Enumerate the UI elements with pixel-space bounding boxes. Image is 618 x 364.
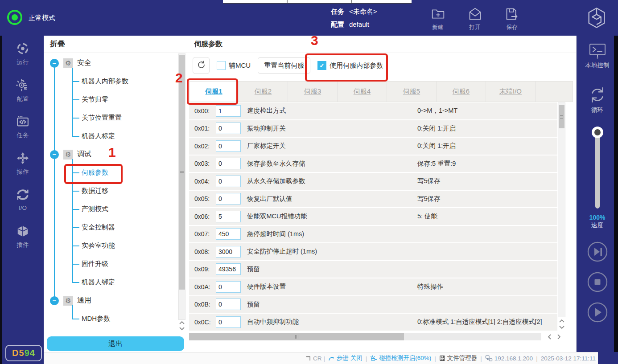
tree-item-label: MDH参数 xyxy=(82,315,110,323)
tree-item[interactable]: 实验室功能 xyxy=(72,237,187,255)
sidebar-item-task[interactable]: 任务 xyxy=(2,115,44,141)
param-value-input[interactable] xyxy=(216,211,241,222)
aux-mcu-checkbox[interactable] xyxy=(217,61,226,70)
param-value-input[interactable] xyxy=(216,140,241,152)
tab-servo-1[interactable]: 伺服1 xyxy=(189,81,239,102)
tree-item[interactable]: 机器人绑定 xyxy=(72,273,187,291)
tree-group-row[interactable]: −⚙通用 xyxy=(44,291,187,310)
status-bar: CR| 步进 关闭 | 碰撞检测开启(60%) | 文件管理器 | 192.16… xyxy=(44,352,598,364)
tree-panel: 折叠 −⚙安全机器人内部参数关节归零关节位置重置机器人标定−⚙调试伺服参数数据迁… xyxy=(44,36,187,352)
tree-item[interactable]: 安全控制器 xyxy=(72,218,187,237)
param-value-input[interactable] xyxy=(216,281,241,293)
table-vertical-scrollbar[interactable] xyxy=(558,102,565,317)
new-task-label: 新建 xyxy=(422,24,454,31)
param-address: 0x0A: xyxy=(194,283,216,290)
param-value-input[interactable] xyxy=(216,263,241,275)
loop-icon[interactable] xyxy=(588,86,607,106)
open-file-icon xyxy=(468,15,482,23)
aux-mcu-checkbox-group[interactable]: 辅MCU xyxy=(217,61,251,70)
tree-scrollbar-thumb[interactable] xyxy=(179,55,185,290)
tree-item-label: 固件升级 xyxy=(82,260,108,268)
table-vertical-scrollbar-arrows[interactable] xyxy=(558,318,565,333)
tree-item[interactable]: 产测模式 xyxy=(72,200,187,218)
use-internal-params-checkbox[interactable]: ✓ xyxy=(317,61,326,70)
table-vertical-scrollbar-thumb[interactable] xyxy=(559,105,564,128)
tree-group-row[interactable]: −⚙安全 xyxy=(44,54,187,72)
sidebar-item-label: I/O xyxy=(19,204,27,211)
file-manager-status[interactable]: 文件管理器 xyxy=(439,354,478,362)
param-address: 0x02: xyxy=(194,143,216,150)
param-note: 写5保存 xyxy=(417,177,441,185)
table-horizontal-scrollbar[interactable] xyxy=(189,333,541,340)
stop-button[interactable] xyxy=(587,272,608,292)
tree-item-label: 数据迁移 xyxy=(82,187,108,195)
param-value-input[interactable] xyxy=(216,193,241,204)
reset-current-servo-button[interactable]: 重置当前伺服 xyxy=(258,57,310,74)
tab-servo-2[interactable]: 伺服2 xyxy=(239,81,288,102)
step-forward-button[interactable] xyxy=(587,241,608,262)
param-value-input[interactable] xyxy=(216,176,241,187)
target-icon xyxy=(16,42,29,57)
collision-detect-status[interactable]: 碰撞检测开启(60%) xyxy=(370,354,431,362)
tree-item[interactable]: 关节归零 xyxy=(72,90,187,109)
step-arrow-icon xyxy=(328,355,335,361)
open-task-button[interactable]: 打开 xyxy=(459,7,491,31)
new-task-button[interactable]: 新建 xyxy=(422,7,454,31)
open-task-label: 打开 xyxy=(459,24,491,31)
local-control-icon[interactable] xyxy=(589,43,606,61)
refresh-button[interactable] xyxy=(193,57,210,74)
task-label: 任务 xyxy=(331,5,344,18)
tab-servo-4[interactable]: 伺服4 xyxy=(338,81,387,102)
save-task-button[interactable]: 保存 xyxy=(496,7,528,31)
param-value-input[interactable] xyxy=(216,105,241,117)
loop-label[interactable]: 循环 xyxy=(577,106,618,114)
tab-label: 伺服5 xyxy=(403,87,420,96)
param-value-input[interactable] xyxy=(216,299,241,310)
sidebar-item-io[interactable]: I/O xyxy=(2,188,44,214)
param-description: 从永久存储加载参数 xyxy=(247,177,305,185)
speed-slider-handle[interactable] xyxy=(592,127,603,138)
tree-group-row[interactable]: −⚙调试 xyxy=(44,145,187,164)
collapse-minus-icon[interactable]: − xyxy=(50,150,59,159)
tree-item[interactable]: 固件升级 xyxy=(72,255,187,273)
table-horizontal-scrollbar-arrows[interactable] xyxy=(543,333,565,340)
param-value-input[interactable] xyxy=(216,158,241,169)
tab-end-io[interactable]: 末端I/O xyxy=(486,81,536,102)
play-button[interactable] xyxy=(587,302,608,323)
speed-slider-track[interactable] xyxy=(595,131,600,209)
collapse-minus-icon[interactable]: − xyxy=(50,59,59,68)
tree-item[interactable]: 伺服参数 xyxy=(72,164,187,182)
param-value-input[interactable] xyxy=(216,123,241,134)
tree-scrollbar-arrows[interactable] xyxy=(178,321,185,335)
collapse-minus-icon[interactable]: − xyxy=(50,296,59,305)
param-value-input[interactable] xyxy=(216,246,241,258)
sidebar-item-run[interactable]: 运行 xyxy=(2,42,44,68)
tree-item[interactable]: 机器人标定 xyxy=(72,127,187,145)
sidebar-item-plugin[interactable]: 插件 xyxy=(2,225,44,250)
table-row: 0x0B:预留 xyxy=(189,296,557,313)
param-description: 硬件版本设置 xyxy=(247,282,286,291)
save-icon xyxy=(505,15,519,23)
tab-servo-6[interactable]: 伺服6 xyxy=(437,81,486,102)
tree-item[interactable]: 数据迁移 xyxy=(72,182,187,200)
sidebar-item-config[interactable]: 配置 xyxy=(2,78,44,104)
tab-servo-3[interactable]: 伺服3 xyxy=(288,81,338,102)
left-sidebar: 运行配置任务操作I/O插件 D594 xyxy=(0,36,44,364)
tree-item[interactable]: 关节位置重置 xyxy=(72,109,187,127)
tree-item[interactable]: 机器人内部参数 xyxy=(72,72,187,90)
tree-item[interactable]: MDH参数 xyxy=(72,310,187,328)
table-horizontal-scrollbar-thumb[interactable] xyxy=(189,333,404,340)
sidebar-item-operate[interactable]: 操作 xyxy=(2,151,44,177)
config-value: default xyxy=(349,18,369,31)
param-value-input[interactable] xyxy=(216,228,241,240)
tree-item-label: 关节位置重置 xyxy=(82,114,122,122)
sidebar-item-label: 配置 xyxy=(17,95,29,103)
local-control-label[interactable]: 本地控制 xyxy=(577,61,618,70)
use-internal-params-checkbox-group[interactable]: ✓ 使用伺服内部参数 xyxy=(317,61,383,70)
tree-body: −⚙安全机器人内部参数关节归零关节位置重置机器人标定−⚙调试伺服参数数据迁移产测… xyxy=(44,53,187,335)
table-row: 0x08:安全防护停止超时 (1ms) xyxy=(189,243,557,260)
step-mode-status[interactable]: 步进 关闭 xyxy=(328,354,363,362)
param-value-input[interactable] xyxy=(216,316,241,328)
tab-servo-5[interactable]: 伺服5 xyxy=(387,81,437,102)
exit-button[interactable]: 退出 xyxy=(47,336,184,351)
